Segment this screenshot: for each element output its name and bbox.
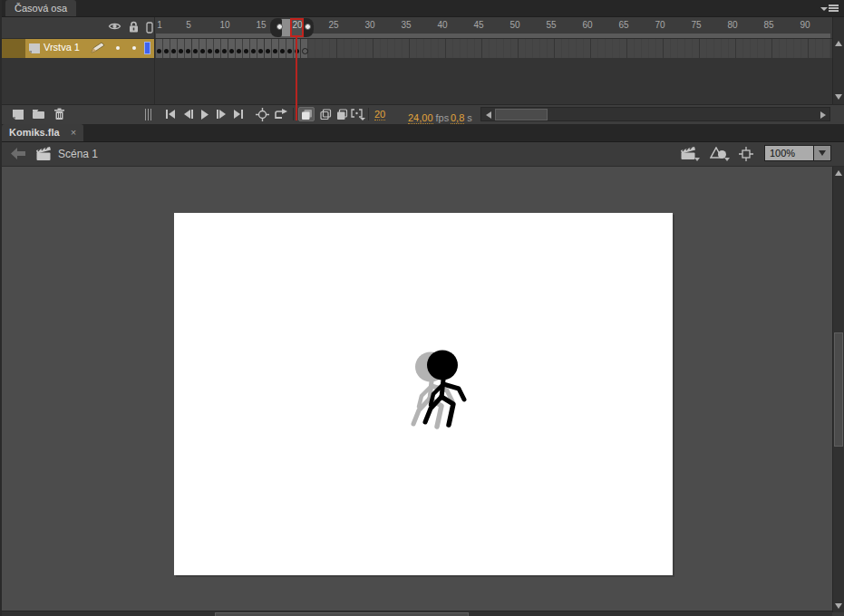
toolbar-grip-handle[interactable] [145,109,152,120]
layer-outline-color-swatch[interactable] [144,42,150,54]
frame-cell[interactable] [606,39,613,58]
frame-cell[interactable] [170,39,178,58]
frame-cell[interactable] [199,39,207,58]
frame-cell[interactable] [743,39,751,58]
frame-cell[interactable] [562,39,569,58]
frame-cell[interactable] [555,39,562,58]
frame-cell[interactable] [519,39,526,58]
frame-cell[interactable] [577,39,584,58]
edit-symbols-dropdown-icon[interactable] [724,158,730,161]
frame-cell[interactable] [475,39,482,58]
frame-cell[interactable] [758,39,765,58]
frame-cell[interactable] [286,39,294,58]
frame-cell[interactable] [794,39,801,58]
frame-cell[interactable] [337,39,344,58]
frame-cell[interactable] [548,39,555,58]
stage-hscrollbar-thumb[interactable] [215,612,469,616]
scroll-left-arrow-icon[interactable] [486,111,491,119]
go-to-first-frame-button[interactable] [162,107,179,121]
loop-playback-button[interactable] [273,107,289,121]
frame-cell[interactable] [221,39,228,58]
frame-cell[interactable] [192,39,199,58]
frame-cell[interactable] [301,39,308,58]
frame-cell[interactable] [461,39,468,58]
frame-cell[interactable] [714,39,722,58]
edit-symbols-button[interactable] [710,147,728,160]
frame-cell[interactable] [656,39,664,58]
layer-frames-strip[interactable] [156,39,830,58]
frame-cell[interactable] [649,39,656,58]
frame-cell[interactable] [417,39,424,58]
onion-skin-button[interactable] [298,107,315,121]
frame-cell[interactable] [185,39,192,58]
frame-cell[interactable] [722,39,729,58]
zoom-value-input[interactable]: 100% [764,145,814,161]
frame-cell[interactable] [272,39,279,58]
new-layer-button[interactable] [10,107,26,121]
frame-cell[interactable] [243,39,250,58]
zoom-control[interactable]: 100% [764,145,831,161]
current-frame-indicator[interactable]: 20 [374,109,385,120]
frame-cell[interactable] [236,39,243,58]
outline-layers-icon[interactable] [146,22,153,34]
step-back-one-frame-button[interactable] [180,107,197,121]
frame-cell[interactable] [772,39,780,58]
play-button[interactable] [197,107,213,121]
frame-cell[interactable] [207,39,214,58]
frame-cell[interactable] [410,39,417,58]
onion-skin-outlines-button[interactable] [317,107,334,121]
frame-cell[interactable] [787,39,794,58]
frame-cell[interactable] [424,39,432,58]
clip-content-crosshair-icon[interactable] [739,147,753,161]
tab-document[interactable]: Komiks.fla× [2,124,83,141]
timeline-ruler[interactable]: 151015202530354045505560657075808590 [156,17,830,38]
timeline-horizontal-scrollbar[interactable] [480,107,830,121]
frame-cell[interactable] [178,39,185,58]
edit-multiple-frames-button[interactable] [334,107,350,121]
frame-cell[interactable] [359,39,366,58]
scene-breadcrumb[interactable]: Scéna 1 [58,148,98,160]
delete-layer-button[interactable] [51,107,67,121]
elapsed-time-indicator[interactable]: 0,8s [451,109,472,125]
frame-cell[interactable] [816,39,823,58]
frame-cell[interactable] [381,39,388,58]
frame-cell[interactable] [765,39,772,58]
frame-cell[interactable] [308,39,315,58]
frame-cell[interactable] [373,39,381,58]
frame-cell[interactable] [801,39,809,58]
frame-cell[interactable] [163,39,170,58]
zoom-dropdown-button[interactable] [814,145,831,161]
onion-skin-start-handle[interactable] [276,24,283,30]
frame-cell[interactable] [439,39,446,58]
close-document-icon[interactable]: × [71,127,76,138]
stage-scroll-up-icon[interactable] [835,170,842,176]
frame-cell[interactable] [751,39,758,58]
stage-horizontal-scrollbar[interactable] [2,611,832,616]
frame-cell[interactable] [693,39,700,58]
back-arrow-icon[interactable] [11,148,25,159]
frame-cell[interactable] [228,39,236,58]
panel-menu-icon[interactable] [820,4,839,14]
frame-cell[interactable] [279,39,286,58]
layer-row-controls[interactable]: Vrstva 1 [2,39,154,58]
frame-cell[interactable] [504,39,511,58]
new-folder-button[interactable] [30,107,46,121]
step-forward-one-frame-button[interactable] [213,107,229,121]
frame-cell[interactable] [432,39,439,58]
frame-cell[interactable] [736,39,743,58]
frame-cell[interactable] [780,39,787,58]
frame-cell[interactable] [497,39,504,58]
stage-scroll-down-icon[interactable] [835,603,842,609]
edit-scene-button[interactable] [680,146,698,161]
frame-cell[interactable] [729,39,736,58]
frame-cell[interactable] [265,39,272,58]
frame-cell[interactable] [403,39,410,58]
frame-cell[interactable] [809,39,816,58]
edit-scene-dropdown-icon[interactable] [694,158,700,161]
frame-cell[interactable] [453,39,461,58]
frame-cell[interactable] [526,39,533,58]
frame-cell[interactable] [620,39,627,58]
layer-visibility-dot[interactable] [116,46,120,50]
frame-cell[interactable] [642,39,649,58]
frame-cell[interactable] [671,39,678,58]
